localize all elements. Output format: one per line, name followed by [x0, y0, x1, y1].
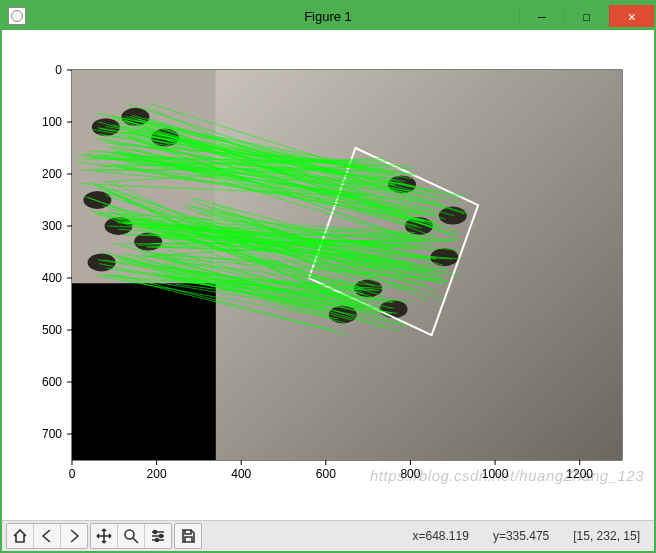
svg-text:700: 700 [42, 427, 62, 441]
titlebar[interactable]: Figure 1 — ☐ ✕ [2, 2, 654, 30]
status-y: y=335.475 [493, 529, 549, 543]
svg-rect-4 [72, 283, 216, 460]
svg-text:600: 600 [316, 467, 336, 481]
status-x: x=648.119 [412, 529, 468, 543]
svg-text:0: 0 [55, 63, 62, 77]
svg-point-233 [156, 539, 159, 542]
subplots-button[interactable] [145, 524, 171, 548]
svg-text:200: 200 [42, 167, 62, 181]
home-icon [12, 528, 28, 544]
svg-text:200: 200 [147, 467, 167, 481]
svg-point-231 [154, 531, 157, 534]
svg-text:100: 100 [42, 115, 62, 129]
figure-window: Figure 1 — ☐ ✕ 0200400600800100012000100… [0, 0, 656, 553]
app-icon [8, 7, 26, 25]
svg-text:0: 0 [69, 467, 76, 481]
zoom-button[interactable] [118, 524, 145, 548]
pan-button[interactable] [91, 524, 118, 548]
close-button[interactable]: ✕ [609, 5, 654, 27]
toolbar-group-nav [6, 523, 88, 549]
svg-point-230 [125, 530, 134, 539]
back-button[interactable] [34, 524, 61, 548]
home-button[interactable] [7, 524, 34, 548]
toolbar-group-view [90, 523, 172, 549]
save-button[interactable] [175, 524, 201, 548]
sliders-icon [150, 528, 166, 544]
plot-svg: 0200400600800100012000100200300400500600… [2, 30, 654, 520]
svg-text:400: 400 [42, 271, 62, 285]
svg-text:1000: 1000 [482, 467, 509, 481]
client-area: 0200400600800100012000100200300400500600… [2, 30, 654, 551]
svg-text:400: 400 [231, 467, 251, 481]
svg-point-232 [160, 535, 163, 538]
minimize-button[interactable]: — [519, 5, 564, 27]
svg-text:300: 300 [42, 219, 62, 233]
svg-text:500: 500 [42, 323, 62, 337]
status-pixel: [15, 232, 15] [573, 529, 640, 543]
window-controls: — ☐ ✕ [519, 5, 654, 27]
window-title: Figure 1 [304, 9, 352, 24]
svg-point-8 [83, 191, 111, 209]
toolbar-group-save [174, 523, 202, 549]
forward-button[interactable] [61, 524, 87, 548]
svg-text:800: 800 [400, 467, 420, 481]
arrow-right-icon [66, 528, 82, 544]
zoom-icon [123, 528, 139, 544]
svg-point-16 [380, 300, 408, 318]
svg-text:1200: 1200 [566, 467, 593, 481]
plot-canvas[interactable]: 0200400600800100012000100200300400500600… [2, 30, 654, 520]
svg-rect-2 [216, 70, 622, 460]
status-bar: x=648.119 y=335.475 [15, 232, 15] [412, 529, 650, 543]
svg-text:600: 600 [42, 375, 62, 389]
save-icon [180, 528, 196, 544]
maximize-button[interactable]: ☐ [564, 5, 609, 27]
toolbar: x=648.119 y=335.475 [15, 232, 15] [2, 520, 654, 551]
move-icon [96, 528, 112, 544]
arrow-left-icon [39, 528, 55, 544]
